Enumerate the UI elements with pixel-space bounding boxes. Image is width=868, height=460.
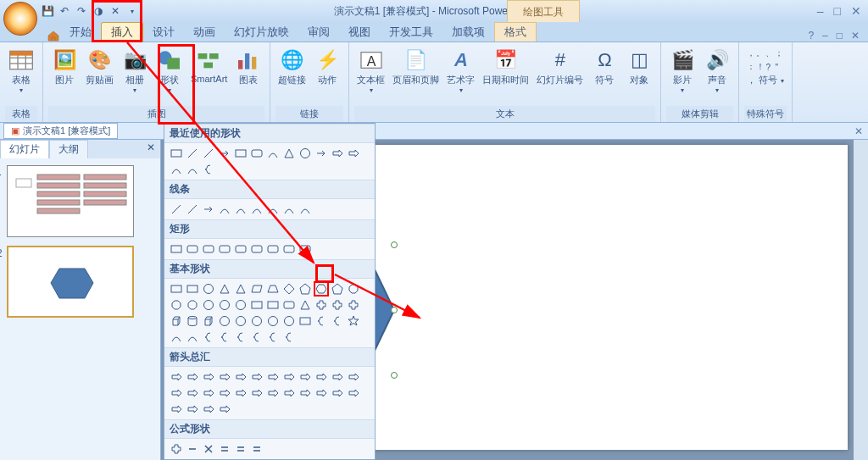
shape-basic-3[interactable] (217, 281, 232, 297)
shape-basic-29[interactable] (249, 313, 264, 329)
qat-item-icon[interactable]: ◑ (92, 4, 105, 18)
shape-line-3[interactable] (217, 202, 232, 217)
shape-basic-1[interactable] (185, 281, 200, 297)
shape-recent-14[interactable] (201, 162, 216, 177)
shape-arrow-18[interactable] (265, 385, 281, 401)
tab-format[interactable]: 格式 (494, 22, 537, 42)
vertical-scrollbar[interactable] (854, 140, 868, 460)
shape-recent-11[interactable] (346, 146, 361, 161)
textbox-button[interactable]: A文本框▾ (354, 45, 387, 96)
tab-slideshow[interactable]: 幻灯片放映 (225, 23, 298, 42)
shape-basic-21[interactable] (314, 297, 329, 313)
shape-basic-27[interactable] (217, 313, 232, 329)
shape-basic-12[interactable] (169, 297, 184, 313)
shape-arrow-25[interactable] (185, 402, 200, 417)
shape-recent-4[interactable] (233, 146, 248, 161)
shape-arrow-2[interactable] (201, 369, 216, 385)
shape-basic-13[interactable] (185, 297, 200, 313)
shape-arrow-0[interactable] (169, 369, 184, 385)
sel-handle-mr[interactable] (391, 307, 398, 313)
shape-rect-2[interactable] (201, 241, 216, 257)
datetime-button[interactable]: 📅日期和时间 (480, 45, 531, 88)
shape-basic-37[interactable] (185, 330, 200, 345)
close-icon[interactable]: ✕ (851, 4, 861, 18)
doc-restore-icon[interactable]: □ (837, 30, 843, 42)
tab-view[interactable]: 视图 (339, 23, 380, 42)
shape-line-2[interactable] (201, 202, 216, 217)
shape-recent-9[interactable] (314, 146, 329, 161)
shape-line-4[interactable] (233, 202, 248, 217)
shape-basic-24[interactable] (169, 313, 184, 329)
shape-arrow-5[interactable] (249, 369, 264, 385)
shape-arrow-11[interactable] (346, 369, 361, 385)
shape-basic-11[interactable] (346, 281, 361, 297)
slide-thumbnail-2[interactable]: 2 (7, 246, 134, 318)
shape-eq-5[interactable] (249, 441, 264, 457)
panel-close-icon[interactable]: ✕ (854, 125, 863, 137)
shape-eq-0[interactable] (169, 441, 184, 457)
shape-basic-43[interactable] (281, 330, 297, 345)
shape-basic-39[interactable] (217, 330, 232, 345)
object-button[interactable]: ◫对象 (623, 45, 655, 88)
sel-handle-tr[interactable] (391, 241, 398, 248)
shape-arrow-17[interactable] (249, 385, 264, 401)
shape-basic-40[interactable] (233, 330, 248, 345)
table-button[interactable]: 表格▾ (5, 45, 37, 96)
tab-insert[interactable]: 插入 (101, 22, 143, 42)
minimize-icon[interactable]: – (817, 4, 824, 18)
shape-rect-4[interactable] (233, 241, 248, 257)
shape-line-8[interactable] (298, 202, 313, 217)
shape-basic-41[interactable] (249, 330, 264, 345)
shape-basic-34[interactable] (330, 313, 345, 329)
shape-line-1[interactable] (185, 202, 200, 217)
shape-basic-22[interactable] (330, 297, 345, 313)
shape-recent-10[interactable] (330, 146, 345, 161)
shape-rect-3[interactable] (217, 241, 232, 257)
shape-recent-12[interactable] (169, 162, 184, 177)
special-symbol-button[interactable]: ，。、；：！?" ， 符号 ▾ (744, 45, 786, 88)
shape-basic-42[interactable] (265, 330, 281, 345)
header-footer-button[interactable]: 📄页眉和页脚 (390, 45, 442, 88)
shape-basic-6[interactable] (265, 281, 281, 297)
shape-arrow-20[interactable] (298, 385, 313, 401)
shape-arrow-9[interactable] (314, 369, 329, 385)
sel-handle-br[interactable] (391, 372, 398, 379)
shape-rect-6[interactable] (265, 241, 281, 257)
shape-basic-33[interactable] (314, 313, 329, 329)
shape-basic-38[interactable] (201, 330, 216, 345)
shape-rect-7[interactable] (281, 241, 297, 257)
shape-arrow-14[interactable] (201, 385, 216, 401)
redo-icon[interactable]: ↷ (75, 4, 88, 18)
shape-basic-28[interactable] (233, 313, 248, 329)
shape-basic-8[interactable] (298, 281, 313, 297)
shape-recent-3[interactable] (217, 146, 232, 161)
shape-recent-7[interactable] (281, 146, 297, 161)
tab-design[interactable]: 设计 (143, 23, 184, 42)
doc-close-icon[interactable]: ✕ (851, 30, 860, 42)
shape-arrow-10[interactable] (330, 369, 345, 385)
save-icon[interactable]: 💾 (41, 4, 54, 18)
shape-basic-14[interactable] (201, 297, 216, 313)
undo-icon[interactable]: ↶ (58, 4, 71, 18)
qat-close-icon[interactable]: ✕ (108, 4, 122, 18)
shape-arrow-4[interactable] (233, 369, 248, 385)
wordart-button[interactable]: A艺术字▾ (444, 45, 477, 96)
shape-basic-2[interactable] (201, 281, 216, 297)
shape-arrow-24[interactable] (169, 402, 184, 417)
shape-arrow-8[interactable] (298, 369, 313, 385)
tab-addins[interactable]: 加载项 (442, 23, 494, 42)
shape-recent-8[interactable] (298, 146, 313, 161)
symbol-button[interactable]: Ω符号 (588, 45, 620, 88)
shape-basic-15[interactable] (217, 297, 232, 313)
shape-arrow-3[interactable] (217, 369, 232, 385)
maximize-icon[interactable]: □ (834, 4, 841, 18)
hyperlink-button[interactable]: 🌐超链接 (275, 45, 309, 88)
shape-arrow-22[interactable] (330, 385, 345, 401)
shape-eq-3[interactable] (217, 441, 232, 457)
shapes-button[interactable]: 形状▾ (153, 45, 186, 96)
slide-thumbnail-1[interactable]: 1 (7, 165, 134, 237)
slidenum-button[interactable]: #幻灯片编号 (534, 45, 586, 88)
shape-basic-23[interactable] (346, 297, 361, 313)
tab-animation[interactable]: 动画 (184, 23, 225, 42)
action-button[interactable]: ⚡动作 (311, 45, 343, 88)
